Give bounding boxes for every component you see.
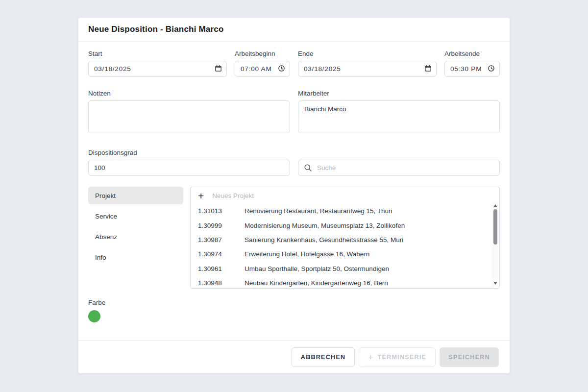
notizen-textarea[interactable] [88, 100, 290, 133]
arbeitsbeginn-field-group: Arbeitsbeginn 07:00 AM [235, 50, 290, 77]
scroll-up-arrow-icon[interactable] [493, 204, 497, 207]
ende-field-group: Ende 03/18/2025 [298, 50, 437, 77]
terminserie-label: TERMINSERIE [378, 354, 427, 361]
start-field-group: Start 03/18/2025 [88, 50, 227, 77]
new-project-label: Neues Projekt [212, 192, 254, 199]
notes-row: Notizen Mitarbeiter Bianchi Marco [88, 90, 500, 135]
category-section: Projekt Service Absenz Info + Neues Proj… [88, 187, 500, 289]
mitarbeiter-textarea[interactable]: Bianchi Marco [298, 100, 500, 133]
arbeitsbeginn-time-input[interactable]: 07:00 AM [235, 61, 290, 77]
tab-info[interactable]: Info [88, 248, 183, 266]
project-number: 1.30999 [198, 222, 245, 229]
project-list-scrollbar[interactable] [492, 202, 498, 287]
project-list-item[interactable]: 1.30948 Neubau Kindergarten, Kindergarte… [191, 276, 499, 289]
notizen-field-group: Notizen [88, 90, 290, 135]
start-label: Start [88, 50, 227, 57]
arbeitsende-label: Arbeitsende [444, 50, 500, 57]
start-date-input[interactable]: 03/18/2025 [88, 61, 227, 77]
project-description: Renovierung Restaurant, Restaurantweg 15… [245, 207, 492, 215]
plus-icon: + [368, 353, 373, 361]
datetime-row: Start 03/18/2025 Arbeitsbeginn [88, 50, 500, 77]
project-number: 1.30987 [198, 236, 245, 244]
new-project-button[interactable]: + Neues Projekt [191, 187, 499, 204]
search-input[interactable] [298, 160, 500, 176]
calendar-icon[interactable] [215, 65, 222, 74]
arbeitsende-value: 05:30 PM [450, 65, 482, 73]
project-description: Neubau Kindergarten, Kindergartenweg 16,… [245, 279, 492, 287]
new-disposition-dialog: Neue Disposition - Bianchi Marco Start 0… [78, 18, 510, 373]
dialog-header: Neue Disposition - Bianchi Marco [78, 18, 510, 42]
project-list-item[interactable]: 1.30987 Sanierung Krankenhaus, Gesundhei… [191, 233, 499, 247]
ende-label: Ende [298, 50, 437, 57]
dispositionsgrad-input[interactable] [88, 160, 290, 176]
ende-date-input[interactable]: 03/18/2025 [298, 61, 437, 77]
notizen-label: Notizen [88, 90, 290, 97]
calendar-icon[interactable] [424, 65, 432, 74]
scrollbar-thumb[interactable] [493, 209, 497, 245]
farbe-label: Farbe [88, 299, 500, 306]
abbrechen-button[interactable]: ABBRECHEN [292, 347, 355, 367]
arbeitsende-time-input[interactable]: 05:30 PM [444, 61, 500, 77]
dialog-footer: ABBRECHEN + TERMINSERIE SPEICHERN [78, 340, 510, 373]
project-list-item[interactable]: 1.30999 Modernisierung Museum, Museumspl… [191, 218, 499, 232]
project-description: Umbau Sporthalle, Sportplatz 50, Ostermu… [245, 265, 492, 272]
project-number: 1.30948 [198, 279, 245, 287]
color-swatch[interactable] [88, 310, 100, 322]
dispo-search-row: Dispositionsgrad [88, 149, 500, 176]
dialog-title: Neue Disposition - Bianchi Marco [88, 24, 224, 34]
project-description: Erweiterung Hotel, Hotelgasse 16, Wabern [245, 250, 492, 258]
project-number: 1.31013 [198, 207, 245, 215]
project-description: Modernisierung Museum, Museumsplatz 13, … [245, 222, 492, 229]
dialog-body: Start 03/18/2025 Arbeitsbeginn [78, 42, 510, 340]
project-description: Sanierung Krankenhaus, Gesundheitsstrass… [245, 236, 492, 244]
arbeitsbeginn-value: 07:00 AM [241, 65, 271, 73]
plus-icon: + [198, 191, 204, 201]
clock-icon[interactable] [278, 65, 285, 74]
tab-absenz[interactable]: Absenz [88, 228, 183, 245]
mitarbeiter-field-group: Mitarbeiter Bianchi Marco [298, 90, 500, 135]
project-number: 1.30974 [198, 250, 245, 258]
start-date-value: 03/18/2025 [94, 65, 131, 73]
terminserie-button[interactable]: + TERMINSERIE [359, 347, 436, 367]
ende-date-value: 03/18/2025 [304, 65, 341, 73]
clock-icon[interactable] [488, 65, 495, 74]
dispositionsgrad-label: Dispositionsgrad [88, 149, 290, 156]
tab-service[interactable]: Service [88, 207, 183, 225]
arbeitsbeginn-label: Arbeitsbeginn [235, 50, 290, 57]
farbe-section: Farbe [88, 299, 500, 322]
tab-projekt[interactable]: Projekt [88, 187, 183, 204]
category-tabs: Projekt Service Absenz Info [88, 187, 183, 269]
project-number: 1.30961 [198, 265, 245, 272]
arbeitsende-field-group: Arbeitsende 05:30 PM [444, 50, 500, 77]
search-field-group [298, 160, 500, 176]
project-list-item[interactable]: 1.30961 Umbau Sporthalle, Sportplatz 50,… [191, 262, 499, 276]
dispositionsgrad-field-group: Dispositionsgrad [88, 149, 290, 176]
mitarbeiter-label: Mitarbeiter [298, 90, 500, 97]
magnifier-icon [304, 164, 312, 174]
project-list-item[interactable]: 1.30974 Erweiterung Hotel, Hotelgasse 16… [191, 247, 499, 261]
scroll-down-arrow-icon[interactable] [493, 282, 497, 285]
project-list: + Neues Projekt 1.31013 Renovierung Rest… [190, 187, 500, 289]
speichern-button[interactable]: SPEICHERN [440, 347, 499, 367]
project-list-item[interactable]: 1.31013 Renovierung Restaurant, Restaura… [191, 204, 499, 218]
